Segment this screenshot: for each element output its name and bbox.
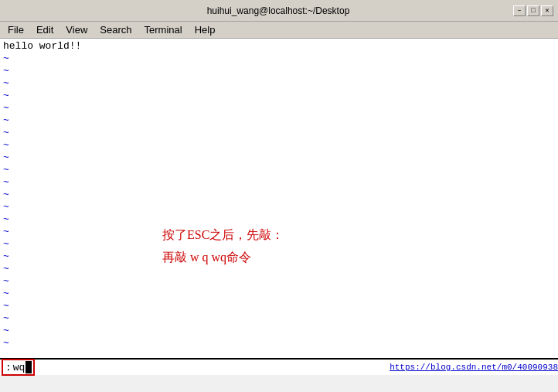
status-bar: :wq https://blog.csdn.net/m0/40090938	[0, 358, 558, 375]
menu-bar: File Edit View Search Terminal Help	[0, 22, 558, 39]
command-colon: :	[5, 362, 12, 373]
tilde-22: ~	[3, 312, 555, 325]
menu-file[interactable]: File	[2, 22, 30, 37]
menu-search[interactable]: Search	[94, 22, 138, 37]
tilde-7: ~	[3, 127, 555, 139]
tilde-3: ~	[3, 77, 555, 90]
window-controls[interactable]: – □ ✕	[513, 5, 553, 16]
status-left: :wq	[0, 359, 35, 376]
tilde-23: ~	[3, 325, 555, 337]
close-button[interactable]: ✕	[541, 5, 553, 16]
menu-help[interactable]: Help	[189, 22, 222, 37]
tilde-1: ~	[3, 53, 555, 65]
menu-view[interactable]: View	[60, 22, 94, 37]
tilde-24: ~	[3, 337, 555, 349]
tilde-4: ~	[3, 90, 555, 102]
tilde-13: ~	[3, 201, 555, 213]
annotation-overlay: 按了ESC之后，先敲： 再敲 w q wq命令	[162, 224, 284, 269]
annotation-line2: 再敲 w q wq命令	[162, 247, 284, 269]
maximize-button[interactable]: □	[527, 5, 539, 16]
status-link[interactable]: https://blog.csdn.net/m0/40090938	[390, 363, 558, 372]
terminal-content: hello world!! ~ ~ ~ ~ ~ ~ ~ ~ ~ ~ ~ ~ ~ …	[0, 39, 558, 358]
menu-terminal[interactable]: Terminal	[138, 22, 189, 37]
tilde-12: ~	[3, 189, 555, 201]
cursor	[26, 361, 32, 373]
tilde-11: ~	[3, 176, 555, 189]
tilde-19: ~	[3, 275, 555, 288]
tilde-9: ~	[3, 152, 555, 164]
tilde-20: ~	[3, 288, 555, 300]
tilde-10: ~	[3, 164, 555, 176]
tilde-8: ~	[3, 139, 555, 152]
annotation-line1: 按了ESC之后，先敲：	[162, 224, 284, 247]
tilde-21: ~	[3, 300, 555, 312]
minimize-button[interactable]: –	[513, 5, 526, 16]
command-wq: wq	[12, 362, 26, 373]
window-title: huihui_wang@localhost:~/Desktop	[43, 5, 513, 16]
tilde-2: ~	[3, 65, 555, 77]
title-bar: huihui_wang@localhost:~/Desktop – □ ✕	[0, 0, 558, 22]
tilde-6: ~	[3, 114, 555, 127]
menu-edit[interactable]: Edit	[30, 22, 60, 37]
tilde-5: ~	[3, 102, 555, 114]
first-line: hello world!!	[3, 40, 555, 53]
command-box: :wq	[2, 359, 35, 376]
